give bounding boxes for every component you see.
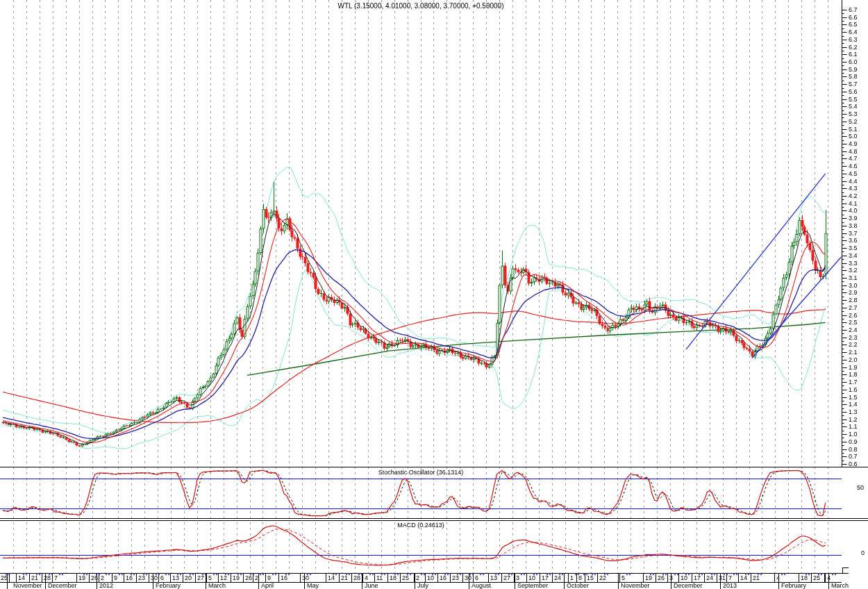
stochastic-axis-label: 50: [857, 484, 864, 491]
chart-title: WTL (3.15000, 4.01000, 3.08000, 3.70000,…: [0, 2, 842, 10]
stochastic-panel-label: Stochastic Oscillator (36.1314): [0, 469, 842, 476]
macd-panel-label: MACD (0.24613): [0, 522, 842, 529]
chart-window: WTL (3.15000, 4.01000, 3.08000, 3.70000,…: [0, 0, 868, 589]
macd-axis-label: 0: [861, 549, 865, 556]
price-chart-canvas[interactable]: [0, 0, 868, 589]
